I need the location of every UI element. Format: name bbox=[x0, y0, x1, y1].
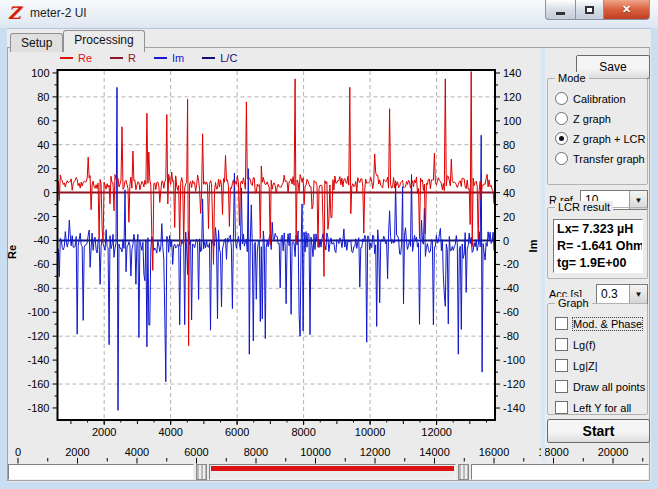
lcr-caption: LCR result bbox=[555, 201, 613, 213]
checkbox-lg-z[interactable]: Lg|Z| bbox=[555, 359, 645, 372]
acc-value: 0.3 bbox=[597, 285, 629, 303]
minimize-icon bbox=[556, 12, 565, 15]
legend-label: L/C bbox=[220, 52, 237, 64]
radio-calibration[interactable]: Calibration bbox=[555, 92, 645, 105]
legend-item-lc: L/C bbox=[202, 52, 237, 64]
acc-dropdown-button[interactable]: ▼ bbox=[629, 285, 647, 303]
panel-separator bbox=[541, 48, 545, 462]
radio-z-graph-lcr[interactable]: Z graph + LCR bbox=[555, 132, 645, 145]
checkbox-label: Lg(f) bbox=[573, 339, 596, 351]
radio-label: Z graph + LCR bbox=[573, 133, 645, 145]
window-border-bottom bbox=[0, 482, 658, 489]
im-line-swatch-icon bbox=[154, 57, 167, 59]
checkbox-icon[interactable] bbox=[555, 401, 568, 414]
graph-groupbox: Graph Mod. & Phase Lg(f) Lg|Z| Draw all … bbox=[547, 303, 648, 415]
hscroll-range-bar[interactable] bbox=[211, 466, 454, 471]
lcr-line-lx: Lx= 7.323 µH bbox=[557, 221, 642, 238]
lcr-line-tg: tg= 1.9E+00 bbox=[557, 255, 642, 272]
checkbox-draw-all-points[interactable]: Draw all points bbox=[555, 380, 645, 393]
window-controls: ✕ bbox=[545, 0, 650, 20]
hscroll-left-grip[interactable] bbox=[196, 464, 207, 480]
maximize-icon bbox=[585, 6, 594, 14]
lc-line-swatch-icon bbox=[202, 57, 215, 59]
chart-legend: Re R Im L/C bbox=[60, 52, 237, 64]
radio-label: Transfer graph bbox=[573, 153, 645, 165]
app-window: Z meter-2 UI ✕ Setup Processing Re R Im … bbox=[0, 0, 658, 489]
tab-processing[interactable]: Processing bbox=[63, 30, 144, 52]
checkbox-icon[interactable] bbox=[555, 359, 568, 372]
checkbox-label: Lg|Z| bbox=[573, 360, 598, 372]
legend-label: R bbox=[128, 52, 136, 64]
graph-caption: Graph bbox=[555, 297, 592, 309]
tab-setup[interactable]: Setup bbox=[10, 33, 63, 52]
tab-strip: Setup Processing bbox=[10, 30, 145, 52]
minimize-button[interactable] bbox=[545, 0, 576, 20]
checkbox-label: Mod. & Phase bbox=[573, 318, 642, 330]
checkbox-mod-phase[interactable]: Mod. & Phase bbox=[555, 317, 645, 330]
chevron-down-icon: ▼ bbox=[635, 196, 643, 205]
radio-icon[interactable] bbox=[555, 152, 568, 165]
hscroll-right-grip[interactable] bbox=[458, 464, 469, 480]
checkbox-lg-f[interactable]: Lg(f) bbox=[555, 338, 645, 351]
checkbox-icon[interactable] bbox=[555, 380, 568, 393]
close-icon: ✕ bbox=[622, 3, 631, 16]
lcr-line-r: R= -1.641 Ohm bbox=[557, 238, 642, 255]
hscroll-right-box[interactable] bbox=[471, 464, 649, 480]
legend-item-re: Re bbox=[60, 52, 92, 64]
radio-label: Z graph bbox=[573, 113, 611, 125]
mode-caption: Mode bbox=[555, 72, 589, 84]
r-line-swatch-icon bbox=[110, 57, 123, 59]
chevron-down-icon: ▼ bbox=[635, 290, 643, 299]
radio-label: Calibration bbox=[573, 93, 626, 105]
window-border-right bbox=[651, 28, 658, 489]
radio-transfer-graph[interactable]: Transfer graph bbox=[555, 152, 645, 165]
radio-icon[interactable] bbox=[555, 132, 568, 145]
window-title: meter-2 UI bbox=[30, 6, 87, 20]
window-border-left bbox=[0, 28, 7, 489]
checkbox-icon[interactable] bbox=[555, 338, 568, 351]
checkbox-label: Left Y for all bbox=[573, 402, 631, 414]
radio-icon[interactable] bbox=[555, 92, 568, 105]
legend-label: Im bbox=[172, 52, 184, 64]
legend-item-im: Im bbox=[154, 52, 184, 64]
title-bar[interactable]: Z meter-2 UI ✕ bbox=[0, 0, 658, 29]
hscroll-left-box[interactable] bbox=[8, 464, 194, 480]
checkbox-icon[interactable] bbox=[555, 317, 568, 330]
radio-z-graph[interactable]: Z graph bbox=[555, 112, 645, 125]
maximize-button[interactable] bbox=[576, 0, 603, 20]
mode-groupbox: Mode Calibration Z graph Z graph + LCR T… bbox=[547, 78, 648, 185]
lcr-groupbox: LCR result Lx= 7.323 µH R= -1.641 Ohm tg… bbox=[547, 207, 648, 279]
close-button[interactable]: ✕ bbox=[603, 0, 650, 20]
acc-combobox[interactable]: 0.3 ▼ bbox=[596, 284, 648, 304]
app-logo-icon: Z bbox=[8, 4, 26, 22]
legend-item-r: R bbox=[110, 52, 136, 64]
legend-label: Re bbox=[78, 52, 92, 64]
re-line-swatch-icon bbox=[60, 57, 73, 59]
hscroll-track[interactable] bbox=[209, 464, 456, 480]
checkbox-left-y-for-all[interactable]: Left Y for all bbox=[555, 401, 645, 414]
radio-icon[interactable] bbox=[555, 112, 568, 125]
start-button[interactable]: Start bbox=[547, 419, 650, 443]
checkbox-label: Draw all points bbox=[573, 381, 645, 393]
lcr-result-display: Lx= 7.323 µH R= -1.641 Ohm tg= 1.9E+00 bbox=[553, 219, 643, 273]
